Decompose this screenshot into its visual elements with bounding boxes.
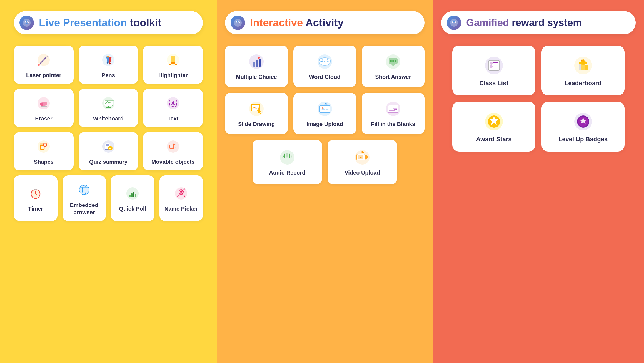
class-list-card[interactable]: Class List — [452, 46, 535, 95]
svg-rect-91 — [320, 105, 330, 113]
shapes-label: Shapes — [34, 158, 54, 165]
svg-point-112 — [453, 21, 455, 22]
interactive-logo — [231, 16, 245, 30]
name-picker-card[interactable]: Name Picker — [159, 175, 203, 221]
award-stars-label: Award Stars — [476, 135, 512, 143]
quiz-summary-label: Quiz summary — [89, 158, 128, 165]
svg-point-65 — [180, 191, 182, 193]
eraser-icon — [35, 95, 52, 112]
svg-point-124 — [582, 59, 584, 62]
gamified-panel: Gamified reward system Class Lis — [433, 0, 644, 363]
svg-rect-48 — [34, 189, 37, 190]
fill-blanks-label: Fill in the Blanks — [371, 120, 415, 128]
svg-rect-114 — [488, 60, 500, 70]
class-list-label: Class List — [480, 79, 508, 87]
award-stars-card[interactable]: Award Stars — [452, 102, 535, 152]
gamified-row1: Class List Leaderboard — [452, 46, 625, 95]
svg-point-84 — [395, 60, 396, 62]
pens-icon — [100, 52, 117, 68]
video-upload-icon — [354, 149, 371, 166]
text-label: Text — [168, 115, 179, 122]
svg-rect-72 — [256, 60, 258, 67]
live-panel: Live Presentation toolkit Laser pointer — [0, 0, 217, 363]
multiple-choice-icon — [248, 53, 265, 70]
audio-record-label: Audio Record — [269, 169, 305, 176]
svg-rect-60 — [133, 192, 134, 197]
short-answer-label: Short Answer — [375, 73, 411, 80]
svg-point-41 — [167, 140, 179, 153]
live-tools-row3: Shapes Quiz summary — [14, 132, 203, 170]
movable-objects-label: Movable objects — [151, 158, 195, 165]
interactive-title: Interactive Activity — [250, 17, 344, 29]
laser-pointer-card[interactable]: Laser pointer — [14, 46, 74, 84]
gamified-title: Gamified reward system — [466, 17, 582, 29]
eraser-label: Eraser — [35, 115, 52, 122]
svg-point-69 — [237, 21, 239, 22]
gamified-row2: Award Stars Level Up Badges — [452, 102, 625, 152]
level-up-badges-label: Level Up Badges — [558, 135, 608, 143]
svg-point-122 — [490, 65, 493, 68]
quick-poll-card[interactable]: Quick Poll — [111, 175, 154, 221]
audio-record-card[interactable]: Audio Record — [253, 140, 322, 184]
eraser-card[interactable]: Eraser — [14, 89, 74, 127]
short-answer-card[interactable]: Short Answer — [362, 46, 425, 87]
movable-objects-icon — [165, 138, 181, 155]
svg-point-5 — [38, 64, 40, 66]
svg-rect-73 — [259, 59, 261, 67]
svg-point-74 — [258, 57, 260, 59]
highlighter-card[interactable]: Highlighter — [143, 46, 203, 84]
ia-row3: Audio Record Video Upload — [253, 140, 397, 184]
timer-label: Timer — [28, 205, 43, 212]
video-upload-card[interactable]: Video Upload — [328, 140, 397, 184]
ia-row2: Slide Drawing Image Upload — [225, 93, 425, 134]
highlighter-label: Highlighter — [158, 72, 188, 79]
live-tools-row2: Eraser Whiteboard A — [14, 89, 203, 127]
timer-icon — [27, 185, 44, 202]
movable-objects-card[interactable]: Movable objects — [143, 132, 203, 170]
svg-text:words: words — [320, 60, 329, 63]
quick-poll-label: Quick Poll — [119, 205, 146, 212]
word-cloud-label: Word Cloud — [309, 73, 341, 80]
name-picker-icon — [173, 185, 189, 202]
shapes-card[interactable]: Shapes — [14, 132, 74, 170]
live-title: Live Presentation toolkit — [39, 17, 161, 29]
laser-pointer-icon — [35, 52, 52, 68]
highlighter-icon — [165, 52, 181, 68]
laser-pointer-label: Laser pointer — [26, 72, 61, 79]
image-upload-icon — [316, 100, 333, 117]
interactive-header-pill: Interactive Activity — [225, 11, 425, 34]
embedded-browser-card[interactable]: Embedded browser — [63, 175, 106, 221]
live-logo — [19, 16, 34, 30]
whiteboard-card[interactable]: Whiteboard — [79, 89, 138, 127]
whiteboard-label: Whiteboard — [93, 115, 124, 122]
slide-drawing-icon — [248, 100, 265, 117]
text-card[interactable]: A Text — [143, 89, 203, 127]
leaderboard-card[interactable]: Leaderboard — [541, 46, 625, 95]
gamified-logo — [447, 16, 461, 30]
svg-rect-59 — [131, 193, 133, 197]
timer-card[interactable]: Timer — [14, 175, 58, 221]
svg-point-1 — [26, 21, 28, 22]
svg-point-92 — [322, 107, 323, 109]
fill-blanks-icon — [385, 100, 401, 117]
svg-rect-61 — [135, 194, 136, 197]
leaderboard-icon — [573, 56, 593, 75]
fill-blanks-card[interactable]: Fill in the Blanks — [362, 93, 425, 134]
svg-point-62 — [175, 187, 187, 200]
pens-card[interactable]: Pens — [79, 46, 138, 84]
word-cloud-card[interactable]: words Word Cloud — [293, 46, 356, 87]
svg-rect-71 — [253, 62, 255, 67]
svg-point-82 — [390, 60, 392, 62]
multiple-choice-label: Multiple Choice — [236, 73, 277, 80]
quiz-summary-card[interactable]: Quiz summary — [79, 132, 138, 170]
level-up-badges-card[interactable]: Level Up Badges — [541, 102, 625, 152]
svg-rect-58 — [129, 195, 131, 197]
svg-point-67 — [184, 188, 185, 190]
quick-poll-icon — [124, 185, 141, 202]
svg-text:A: A — [171, 100, 175, 106]
image-upload-card[interactable]: Image Upload — [293, 93, 356, 134]
embedded-browser-label: Embedded browser — [65, 201, 103, 216]
slide-drawing-card[interactable]: Slide Drawing — [225, 93, 288, 134]
multiple-choice-card[interactable]: Multiple Choice — [225, 46, 288, 87]
svg-point-31 — [38, 140, 50, 153]
